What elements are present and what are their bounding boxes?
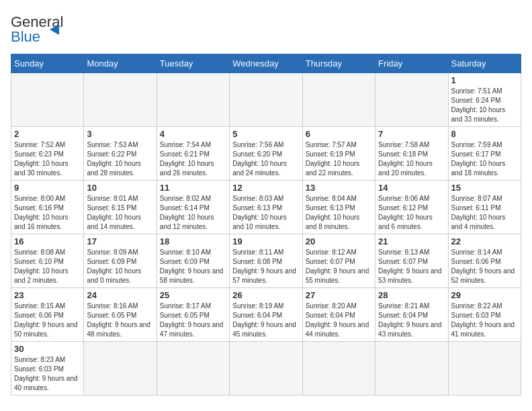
- weekday-header: Monday: [84, 54, 157, 73]
- calendar-day-cell: 7Sunrise: 7:58 AMSunset: 6:18 PMDaylight…: [375, 127, 448, 181]
- calendar-day-cell: 5Sunrise: 7:56 AMSunset: 6:20 PMDaylight…: [230, 127, 302, 181]
- day-number: 27: [306, 290, 372, 300]
- day-number: 3: [87, 129, 153, 139]
- calendar-week-row: 16Sunrise: 8:08 AMSunset: 6:10 PMDayligh…: [11, 234, 521, 288]
- day-number: 19: [232, 236, 299, 246]
- day-number: 10: [87, 183, 153, 193]
- day-number: 6: [306, 129, 372, 139]
- calendar-day-cell: 20Sunrise: 8:12 AMSunset: 6:07 PMDayligh…: [302, 234, 375, 288]
- day-number: 22: [451, 236, 518, 246]
- calendar-day-cell: 8Sunrise: 7:59 AMSunset: 6:17 PMDaylight…: [448, 127, 521, 181]
- day-info: Sunrise: 8:15 AMSunset: 6:06 PMDaylight:…: [14, 302, 81, 339]
- day-number: 12: [232, 183, 299, 193]
- calendar-day-cell: [11, 73, 84, 127]
- calendar-week-row: 30Sunrise: 8:23 AMSunset: 6:03 PMDayligh…: [11, 342, 521, 396]
- day-info: Sunrise: 8:03 AMSunset: 6:13 PMDaylight:…: [232, 194, 299, 232]
- day-info: Sunrise: 8:17 AMSunset: 6:05 PMDaylight:…: [160, 302, 226, 339]
- calendar-day-cell: 27Sunrise: 8:20 AMSunset: 6:04 PMDayligh…: [302, 288, 375, 342]
- day-info: Sunrise: 7:59 AMSunset: 6:17 PMDaylight:…: [451, 140, 518, 178]
- day-number: 17: [87, 236, 153, 246]
- calendar-day-cell: 28Sunrise: 8:21 AMSunset: 6:04 PMDayligh…: [375, 288, 448, 342]
- day-info: Sunrise: 8:07 AMSunset: 6:11 PMDaylight:…: [451, 194, 518, 232]
- day-info: Sunrise: 8:21 AMSunset: 6:04 PMDaylight:…: [378, 302, 445, 339]
- weekday-row: SundayMondayTuesdayWednesdayThursdayFrid…: [11, 54, 521, 73]
- day-number: 4: [160, 129, 226, 139]
- day-number: 16: [14, 236, 81, 246]
- calendar-day-cell: 9Sunrise: 8:00 AMSunset: 6:16 PMDaylight…: [11, 181, 84, 234]
- calendar-day-cell: [302, 342, 375, 396]
- calendar-day-cell: [448, 342, 521, 396]
- calendar-day-cell: [230, 73, 302, 127]
- day-info: Sunrise: 8:16 AMSunset: 6:05 PMDaylight:…: [87, 302, 153, 339]
- weekday-header: Saturday: [448, 54, 521, 73]
- day-info: Sunrise: 7:56 AMSunset: 6:20 PMDaylight:…: [232, 140, 299, 178]
- day-number: 13: [306, 183, 372, 193]
- day-number: 28: [378, 290, 445, 300]
- calendar-week-row: 2Sunrise: 7:52 AMSunset: 6:23 PMDaylight…: [11, 127, 521, 181]
- header: General Blue: [11, 11, 521, 46]
- day-info: Sunrise: 8:19 AMSunset: 6:04 PMDaylight:…: [232, 302, 299, 339]
- day-number: 30: [14, 344, 81, 354]
- calendar-day-cell: 23Sunrise: 8:15 AMSunset: 6:06 PMDayligh…: [11, 288, 84, 342]
- day-info: Sunrise: 8:22 AMSunset: 6:03 PMDaylight:…: [451, 302, 518, 339]
- day-number: 29: [451, 290, 518, 300]
- calendar-day-cell: 13Sunrise: 8:04 AMSunset: 6:13 PMDayligh…: [302, 181, 375, 234]
- calendar-week-row: 1Sunrise: 7:51 AMSunset: 6:24 PMDaylight…: [11, 73, 521, 127]
- calendar-day-cell: 22Sunrise: 8:14 AMSunset: 6:06 PMDayligh…: [448, 234, 521, 288]
- day-info: Sunrise: 7:57 AMSunset: 6:19 PMDaylight:…: [306, 140, 372, 178]
- day-number: 15: [451, 183, 518, 193]
- day-number: 21: [378, 236, 445, 246]
- calendar-body: 1Sunrise: 7:51 AMSunset: 6:24 PMDaylight…: [11, 73, 521, 396]
- calendar-day-cell: [375, 73, 448, 127]
- calendar-week-row: 9Sunrise: 8:00 AMSunset: 6:16 PMDaylight…: [11, 181, 521, 234]
- day-info: Sunrise: 7:54 AMSunset: 6:21 PMDaylight:…: [160, 140, 226, 178]
- calendar-day-cell: [302, 73, 375, 127]
- logo: General Blue: [11, 11, 85, 46]
- day-info: Sunrise: 8:09 AMSunset: 6:09 PMDaylight:…: [87, 248, 153, 285]
- day-info: Sunrise: 8:02 AMSunset: 6:14 PMDaylight:…: [160, 194, 226, 232]
- calendar-day-cell: 18Sunrise: 8:10 AMSunset: 6:09 PMDayligh…: [157, 234, 229, 288]
- day-number: 26: [232, 290, 299, 300]
- day-number: 23: [14, 290, 81, 300]
- svg-text:Blue: Blue: [11, 28, 40, 45]
- day-info: Sunrise: 7:53 AMSunset: 6:22 PMDaylight:…: [87, 140, 153, 178]
- day-number: 24: [87, 290, 153, 300]
- calendar-day-cell: 26Sunrise: 8:19 AMSunset: 6:04 PMDayligh…: [230, 288, 302, 342]
- day-number: 2: [14, 129, 81, 139]
- day-info: Sunrise: 8:01 AMSunset: 6:15 PMDaylight:…: [87, 194, 153, 232]
- day-number: 7: [378, 129, 445, 139]
- day-number: 1: [451, 75, 518, 85]
- day-info: Sunrise: 7:58 AMSunset: 6:18 PMDaylight:…: [378, 140, 445, 178]
- calendar-week-row: 23Sunrise: 8:15 AMSunset: 6:06 PMDayligh…: [11, 288, 521, 342]
- calendar-day-cell: 11Sunrise: 8:02 AMSunset: 6:14 PMDayligh…: [157, 181, 229, 234]
- calendar-day-cell: 16Sunrise: 8:08 AMSunset: 6:10 PMDayligh…: [11, 234, 84, 288]
- calendar-day-cell: 19Sunrise: 8:11 AMSunset: 6:08 PMDayligh…: [230, 234, 302, 288]
- day-info: Sunrise: 8:08 AMSunset: 6:10 PMDaylight:…: [14, 248, 81, 285]
- day-number: 25: [160, 290, 226, 300]
- weekday-header: Wednesday: [230, 54, 302, 73]
- day-number: 5: [232, 129, 299, 139]
- calendar-day-cell: 4Sunrise: 7:54 AMSunset: 6:21 PMDaylight…: [157, 127, 229, 181]
- day-info: Sunrise: 8:00 AMSunset: 6:16 PMDaylight:…: [14, 194, 81, 232]
- calendar-day-cell: 12Sunrise: 8:03 AMSunset: 6:13 PMDayligh…: [230, 181, 302, 234]
- calendar-day-cell: 1Sunrise: 7:51 AMSunset: 6:24 PMDaylight…: [448, 73, 521, 127]
- day-info: Sunrise: 8:20 AMSunset: 6:04 PMDaylight:…: [306, 302, 372, 339]
- calendar-day-cell: [84, 73, 157, 127]
- calendar-day-cell: [157, 73, 229, 127]
- calendar-day-cell: [84, 342, 157, 396]
- day-number: 18: [160, 236, 226, 246]
- day-number: 14: [378, 183, 445, 193]
- calendar-day-cell: 30Sunrise: 8:23 AMSunset: 6:03 PMDayligh…: [11, 342, 84, 396]
- calendar-day-cell: [157, 342, 229, 396]
- weekday-header: Friday: [375, 54, 448, 73]
- day-info: Sunrise: 8:04 AMSunset: 6:13 PMDaylight:…: [306, 194, 372, 232]
- calendar-day-cell: 2Sunrise: 7:52 AMSunset: 6:23 PMDaylight…: [11, 127, 84, 181]
- day-info: Sunrise: 7:51 AMSunset: 6:24 PMDaylight:…: [451, 87, 518, 124]
- calendar-day-cell: 21Sunrise: 8:13 AMSunset: 6:07 PMDayligh…: [375, 234, 448, 288]
- day-info: Sunrise: 8:14 AMSunset: 6:06 PMDaylight:…: [451, 248, 518, 285]
- day-number: 9: [14, 183, 81, 193]
- calendar-day-cell: 24Sunrise: 8:16 AMSunset: 6:05 PMDayligh…: [84, 288, 157, 342]
- day-info: Sunrise: 8:06 AMSunset: 6:12 PMDaylight:…: [378, 194, 445, 232]
- day-info: Sunrise: 8:13 AMSunset: 6:07 PMDaylight:…: [378, 248, 445, 285]
- day-info: Sunrise: 8:10 AMSunset: 6:09 PMDaylight:…: [160, 248, 226, 285]
